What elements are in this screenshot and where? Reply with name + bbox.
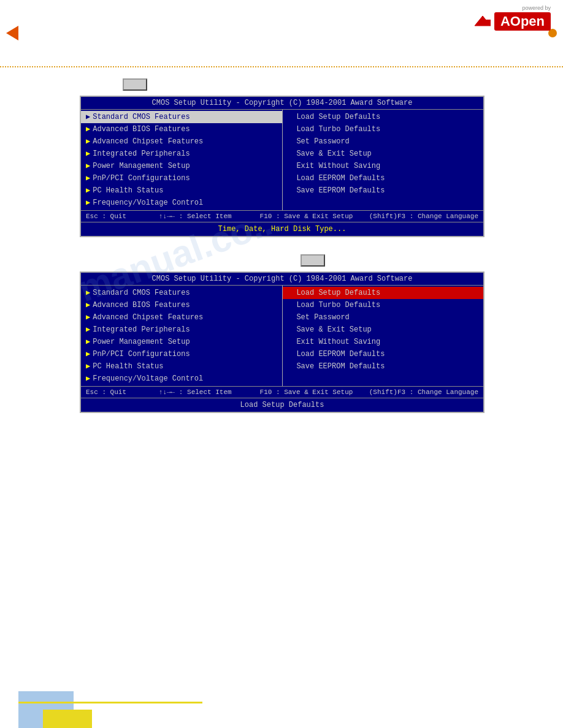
arrow-icon: ▶ [86, 350, 90, 358]
arrow-icon: ▶ [86, 174, 90, 183]
bios-left-2: ▶Standard CMOS Features ▶Advanced BIOS F… [81, 286, 282, 386]
arrow-icon: ▶ [86, 199, 90, 207]
bios-item-health-2[interactable]: ▶PC Health Status [81, 360, 282, 373]
bios-item-load-setup-2[interactable]: Load Setup Defaults [283, 287, 483, 299]
brand-label: AOpen [494, 12, 551, 31]
bios-item-standard-1[interactable]: ▶Standard CMOS Features [81, 111, 282, 123]
arrow-left-icon [6, 26, 18, 40]
bios-item-advanced-bios-2[interactable]: ▶Advanced BIOS Features [81, 299, 282, 311]
bios-item-pnp-1[interactable]: ▶PnP/PCI Configurations [81, 172, 282, 184]
arrow-icon: ▶ [86, 374, 90, 383]
bios-screen-2-frame: CMOS Setup Utility - Copyright (C) 1984-… [80, 271, 484, 413]
bios-screen-1-frame: CMOS Setup Utility - Copyright (C) 1984-… [80, 96, 484, 237]
square-yellow [43, 710, 92, 728]
bios-item-pnp-2[interactable]: ▶PnP/PCI Configurations [81, 348, 282, 360]
bios-footer-2: Esc : Quit ↑↓→← : Select Item F10 : Save… [81, 386, 483, 398]
bios-item-save-eeprom-2[interactable]: Save EEPROM Defaults [283, 360, 483, 373]
bios-body-2: ▶Standard CMOS Features ▶Advanced BIOS F… [81, 286, 483, 386]
bios-item-save-exit-1[interactable]: Save & Exit Setup [283, 148, 483, 160]
bios-left-1: ▶Standard CMOS Features ▶Advanced BIOS F… [81, 110, 282, 210]
bios-item-advanced-chipset-2[interactable]: ▶Advanced Chipset Features [81, 311, 282, 324]
bios-title-2: CMOS Setup Utility - Copyright (C) 1984-… [81, 273, 483, 286]
arrow-icon: ▶ [86, 289, 90, 297]
bios-item-advanced-bios-1[interactable]: ▶Advanced BIOS Features [81, 123, 282, 135]
bios-item-exit-nosave-1[interactable]: Exit Without Saving [283, 160, 483, 172]
bios-item-set-password-1[interactable]: Set Password [283, 135, 483, 148]
bios-item-advanced-chipset-1[interactable]: ▶Advanced Chipset Features [81, 135, 282, 148]
bios-item-exit-nosave-2[interactable]: Exit Without Saving [283, 336, 483, 348]
bios-right-1: Load Setup Defaults Load Turbo Defaults … [282, 110, 483, 210]
arrow-icon: ▶ [86, 313, 90, 322]
bios-right-2: Load Setup Defaults Load Turbo Defaults … [282, 286, 483, 386]
bottom-line [18, 702, 202, 703]
bottom-spacer [0, 413, 563, 536]
bios-footer-1: Esc : Quit ↑↓→← : Select Item F10 : Save… [81, 210, 483, 222]
aopen-logo-icon [473, 15, 492, 28]
bios-item-set-password-2[interactable]: Set Password [283, 311, 483, 324]
bios-footer-right-1: F10 : Save & Exit Setup (Shift)F3 : Chan… [260, 213, 478, 220]
arrow-icon: ▶ [86, 162, 90, 170]
nav-btn-area-1 [0, 74, 563, 96]
nav-btn-area-2 [0, 249, 563, 271]
bios-description-1: Time, Date, Hard Disk Type... [81, 222, 483, 236]
bios-item-standard-2[interactable]: ▶Standard CMOS Features [81, 287, 282, 299]
bios-item-health-1[interactable]: ▶PC Health Status [81, 184, 282, 197]
nav-button-1[interactable] [123, 78, 147, 91]
bios-footer-right-2: F10 : Save & Exit Setup (Shift)F3 : Chan… [260, 389, 478, 396]
logo-area: powered by AOpen [473, 5, 551, 31]
bios-item-load-turbo-2[interactable]: Load Turbo Defaults [283, 299, 483, 311]
bios-item-integrated-1[interactable]: ▶Integrated Peripherals [81, 148, 282, 160]
arrow-icon: ▶ [86, 362, 90, 371]
bios-item-load-eeprom-2[interactable]: Load EEPROM Defaults [283, 348, 483, 360]
arrow-icon: ▶ [86, 137, 90, 146]
bios-item-save-eeprom-1[interactable]: Save EEPROM Defaults [283, 184, 483, 197]
bios-item-save-exit-2[interactable]: Save & Exit Setup [283, 324, 483, 336]
bios-footer-left-2: Esc : Quit ↑↓→← : Select Item [86, 389, 232, 396]
arrow-icon: ▶ [86, 186, 90, 195]
bios-footer-left-1: Esc : Quit ↑↓→← : Select Item [86, 213, 232, 220]
spacer-1 [0, 237, 563, 249]
arrow-icon: ▶ [86, 113, 90, 121]
nav-button-2[interactable] [301, 254, 325, 267]
arrow-icon: ▶ [86, 301, 90, 309]
powered-by-label: powered by [473, 5, 551, 11]
bios-item-load-turbo-1[interactable]: Load Turbo Defaults [283, 123, 483, 135]
bios-item-load-eeprom-1[interactable]: Load EEPROM Defaults [283, 172, 483, 184]
arrow-icon: ▶ [86, 125, 90, 134]
bios-item-frequency-2[interactable]: ▶Frequency/Voltage Control [81, 373, 282, 385]
svg-rect-0 [486, 20, 491, 26]
bios-item-power-1[interactable]: ▶Power Management Setup [81, 160, 282, 172]
bios-item-load-setup-1[interactable]: Load Setup Defaults [283, 111, 483, 123]
bios-screen-2: CMOS Setup Utility - Copyright (C) 1984-… [80, 271, 484, 413]
bios-item-integrated-2[interactable]: ▶Integrated Peripherals [81, 324, 282, 336]
arrow-icon: ▶ [86, 338, 90, 346]
bios-item-power-2[interactable]: ▶Power Management Setup [81, 336, 282, 348]
header: powered by AOpen [0, 0, 563, 67]
bios-description-2: Load Setup Defaults [81, 398, 483, 412]
arrow-icon: ▶ [86, 325, 90, 334]
bios-screen-1: CMOS Setup Utility - Copyright (C) 1984-… [80, 96, 484, 237]
arrow-icon: ▶ [86, 150, 90, 158]
bios-item-frequency-1[interactable]: ▶Frequency/Voltage Control [81, 197, 282, 209]
bios-title-1: CMOS Setup Utility - Copyright (C) 1984-… [81, 97, 483, 110]
bios-body-1: ▶Standard CMOS Features ▶Advanced BIOS F… [81, 110, 483, 210]
